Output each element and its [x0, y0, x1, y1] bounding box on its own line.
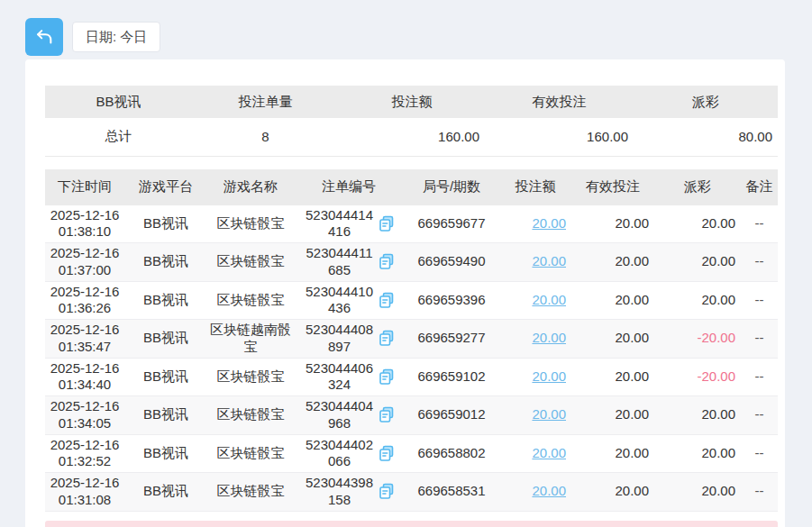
- col-header-payout: 派彩: [654, 169, 741, 205]
- col-header-bet-amount: 投注额: [499, 169, 571, 205]
- bet-id-cell: 523044414416: [294, 205, 404, 243]
- bet-time-cell: 2025-12-16 01:34:40: [45, 358, 124, 396]
- col-header-round-number: 局号/期数: [404, 169, 499, 205]
- payout-cell: 20.00: [654, 434, 741, 473]
- round-number-cell: 669658531: [404, 473, 499, 512]
- copy-icon[interactable]: [379, 330, 395, 347]
- bet-amount-link[interactable]: 20.00: [532, 215, 566, 231]
- payout-cell: 20.00: [654, 205, 741, 243]
- game-name-cell: 区块链骰宝: [207, 281, 294, 320]
- bet-id-cell: 523044411685: [294, 243, 404, 282]
- valid-bet-cell: 20.00: [571, 434, 654, 473]
- bet-time-cell: 2025-12-16 01:31:08: [45, 473, 124, 512]
- remark-cell: --: [741, 396, 778, 435]
- payout-cell: 20.00: [654, 281, 741, 320]
- table-row: 2025-12-16 01:36:26 BB视讯 区块链骰宝 523044410…: [45, 281, 778, 320]
- bet-amount-cell: 20.00: [499, 358, 571, 396]
- platform-cell: BB视讯: [124, 243, 207, 282]
- game-name-cell: 区块链骰宝: [207, 358, 294, 396]
- table-row: 2025-12-16 01:34:40 BB视讯 区块链骰宝 523044406…: [45, 358, 778, 396]
- date-filter[interactable]: 日期: 今日: [72, 22, 160, 52]
- bet-time-cell: 2025-12-16 01:36:26: [45, 281, 124, 320]
- total-valid-bet: 160.00: [485, 118, 634, 156]
- summary-col-bet-amount: 投注额: [339, 86, 485, 118]
- bet-amount-cell: 20.00: [499, 205, 571, 243]
- copy-icon[interactable]: [379, 215, 395, 232]
- bet-amount-cell: 20.00: [499, 396, 571, 435]
- platform-cell: BB视讯: [124, 396, 207, 435]
- summary-total-row: 总计 8 160.00 160.00 80.00: [45, 118, 778, 156]
- bet-amount-link[interactable]: 20.00: [532, 330, 566, 345]
- game-name-cell: 区块链骰宝: [207, 434, 294, 473]
- bet-time-cell: 2025-12-16 01:34:05: [45, 396, 124, 435]
- bet-id-cell: 523044408897: [294, 320, 404, 359]
- total-bet-amount: 160.00: [339, 118, 485, 156]
- toolbar: 日期: 今日: [25, 18, 160, 56]
- col-header-valid-bet: 有效投注: [571, 169, 654, 205]
- total-label: 总计: [45, 118, 192, 156]
- copy-icon[interactable]: [379, 368, 395, 386]
- remark-cell: --: [741, 320, 778, 359]
- round-number-cell: 669659102: [404, 358, 499, 396]
- table-row: 2025-12-16 01:37:00 BB视讯 区块链骰宝 523044411…: [45, 243, 778, 282]
- bet-amount-link[interactable]: 20.00: [532, 445, 566, 460]
- round-number-cell: 669658802: [404, 434, 499, 473]
- report-card: BB视讯 投注单量 投注额 有效投注 派彩 总计 8 160.00 160.00…: [25, 59, 785, 527]
- bet-amount-cell: 20.00: [499, 434, 571, 473]
- round-number-cell: 669659490: [404, 243, 499, 282]
- summary-col-platform: BB视讯: [45, 86, 192, 118]
- summary-table: BB视讯 投注单量 投注额 有效投注 派彩 总计 8 160.00 160.00…: [45, 86, 778, 157]
- remark-cell: --: [741, 358, 778, 396]
- copy-icon[interactable]: [379, 292, 395, 309]
- remark-cell: --: [741, 434, 778, 473]
- valid-bet-cell: 20.00: [571, 358, 654, 396]
- game-name-cell: 区块链越南骰宝: [207, 320, 294, 359]
- game-name-cell: 区块链骰宝: [207, 243, 294, 282]
- game-name-cell: 区块链骰宝: [207, 205, 294, 243]
- remark-cell: --: [741, 281, 778, 320]
- back-button[interactable]: [25, 18, 63, 56]
- detail-table: 下注时间 游戏平台 游戏名称 注单编号 局号/期数 投注额 有效投注 派彩 备注…: [45, 169, 778, 512]
- valid-bet-cell: 20.00: [571, 396, 654, 435]
- summary-header-row: BB视讯 投注单量 投注额 有效投注 派彩: [45, 86, 778, 118]
- remark-cell: --: [741, 243, 778, 282]
- col-header-bet-id: 注单编号: [294, 169, 404, 205]
- bet-amount-link[interactable]: 20.00: [532, 292, 566, 307]
- round-number-cell: 669659012: [404, 396, 499, 435]
- valid-bet-cell: 20.00: [571, 243, 654, 282]
- round-number-cell: 669659277: [404, 320, 499, 359]
- round-number-cell: 669659396: [404, 281, 499, 320]
- bet-amount-link[interactable]: 20.00: [532, 368, 566, 384]
- bet-id-cell: 523044402066: [294, 434, 404, 473]
- payout-cell: 20.00: [654, 473, 741, 512]
- summary-col-valid-bet: 有效投注: [485, 86, 634, 118]
- copy-icon[interactable]: [379, 253, 395, 270]
- bet-amount-link[interactable]: 20.00: [532, 406, 566, 422]
- bet-id-cell: 523044404968: [294, 396, 404, 435]
- table-row: 2025-12-16 01:31:08 BB视讯 区块链骰宝 523044398…: [45, 473, 778, 512]
- platform-cell: BB视讯: [124, 358, 207, 396]
- bet-amount-link[interactable]: 20.00: [532, 253, 566, 268]
- col-header-platform: 游戏平台: [124, 169, 207, 205]
- copy-icon[interactable]: [379, 445, 395, 462]
- summary-col-payout: 派彩: [634, 86, 778, 118]
- copy-icon[interactable]: [379, 406, 395, 423]
- copy-icon[interactable]: [379, 483, 395, 500]
- game-name-cell: 区块链骰宝: [207, 473, 294, 512]
- bet-amount-cell: 20.00: [499, 320, 571, 359]
- bet-time-cell: 2025-12-16 01:32:52: [45, 434, 124, 473]
- bet-amount-cell: 20.00: [499, 281, 571, 320]
- table-row: 2025-12-16 01:35:47 BB视讯 区块链越南骰宝 5230444…: [45, 320, 778, 359]
- table-row: 2025-12-16 01:38:10 BB视讯 区块链骰宝 523044414…: [45, 205, 778, 243]
- valid-bet-cell: 20.00: [571, 473, 654, 512]
- bet-amount-cell: 20.00: [499, 243, 571, 282]
- summary-col-bet-count: 投注单量: [192, 86, 339, 118]
- platform-cell: BB视讯: [124, 281, 207, 320]
- col-header-game-name: 游戏名称: [207, 169, 294, 205]
- bet-id-cell: 523044398158: [294, 473, 404, 512]
- bet-amount-link[interactable]: 20.00: [532, 483, 566, 498]
- table-row: 2025-12-16 01:34:05 BB视讯 区块链骰宝 523044404…: [45, 396, 778, 435]
- bet-time-cell: 2025-12-16 01:38:10: [45, 205, 124, 243]
- valid-bet-cell: 20.00: [571, 320, 654, 359]
- total-bet-count: 8: [192, 118, 339, 156]
